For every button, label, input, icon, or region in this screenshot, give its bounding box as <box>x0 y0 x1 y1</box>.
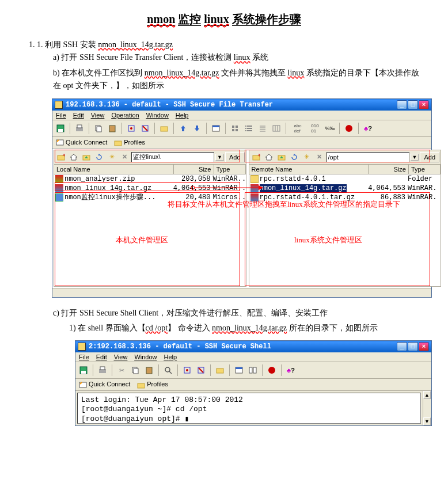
remote-delete-icon[interactable]: ✕ <box>314 151 325 163</box>
new-window-icon[interactable] <box>210 122 222 135</box>
remote-new-folder-icon[interactable]: ✳ <box>250 151 262 163</box>
close-button[interactable]: × <box>419 342 429 351</box>
profiles-button[interactable]: Profiles <box>114 139 145 146</box>
local-path-input[interactable] <box>131 152 214 162</box>
file-row[interactable]: rpc.rstatd-4.0.1Folder <box>249 174 441 184</box>
local-favorite-icon[interactable]: ✳ <box>106 151 117 163</box>
local-refresh-icon[interactable] <box>93 151 105 163</box>
dropdown-icon[interactable]: ▼ <box>411 154 419 161</box>
save-icon[interactable] <box>54 122 67 135</box>
file-row[interactable]: nmon_analyser.zip203,058WinRAR.. <box>54 174 246 184</box>
gz-icon <box>250 184 259 192</box>
close-button[interactable]: × <box>419 100 429 109</box>
view-details-icon[interactable] <box>270 122 283 135</box>
copy-icon[interactable] <box>129 364 142 377</box>
file-name: nmon_linux_14g.tar.gz <box>260 184 368 193</box>
quick-bar: Quick Connect Profiles <box>52 137 431 149</box>
local-up-icon[interactable] <box>81 151 92 163</box>
minimize-button[interactable]: _ <box>397 100 407 109</box>
scrollbar[interactable]: ▲ ▼ <box>423 391 431 425</box>
remote-path-input[interactable] <box>326 152 409 162</box>
menu-file[interactable]: File <box>56 112 66 119</box>
local-col-type[interactable]: Type <box>214 165 246 174</box>
percent-icon[interactable]: %‰ <box>324 122 336 135</box>
remote-col-type[interactable]: Type <box>409 165 441 174</box>
maximize-button[interactable]: □ <box>408 100 418 109</box>
shell-titlebar[interactable]: 2:192.168.3.136 - default - SSH Secure S… <box>75 341 431 352</box>
paste-icon[interactable] <box>106 122 119 135</box>
copy-icon[interactable] <box>92 122 105 135</box>
paste-icon[interactable] <box>143 364 155 377</box>
local-add-button[interactable]: Add <box>225 152 245 162</box>
quick-connect-button[interactable]: Quick Connect <box>56 139 107 146</box>
ssh-shell-window: 2:192.168.3.136 - default - SSH Secure S… <box>75 340 432 425</box>
file-row[interactable]: nmon_linux_14g.tar.gz4,064,553WinRAR.. <box>54 184 246 193</box>
local-new-folder-icon[interactable]: ✳ <box>55 151 67 163</box>
remote-favorite-icon[interactable]: ✳ <box>301 151 313 163</box>
menu-edit[interactable]: Edit <box>96 354 107 360</box>
upload-icon[interactable] <box>177 122 189 135</box>
terminal-area[interactable]: Last login: Tue Apr 17 08:57:00 2012[roo… <box>77 393 421 424</box>
binary-icon[interactable]: 01001 <box>307 122 322 135</box>
cut-icon[interactable]: ✂ <box>115 364 128 377</box>
new-folder-icon[interactable] <box>158 122 170 135</box>
print-icon[interactable] <box>73 122 86 135</box>
file-row[interactable]: rpc.rstatd-4.0.1.tar.gz86,883WinRAR. <box>249 193 441 202</box>
dropdown-icon[interactable]: ▼ <box>215 154 224 161</box>
connect-icon[interactable] <box>125 122 138 135</box>
menu-help[interactable]: Help <box>164 354 177 360</box>
new-window-icon[interactable] <box>233 364 245 377</box>
connect-icon[interactable] <box>181 364 193 377</box>
local-file-list[interactable]: nmon_analyser.zip203,058WinRAR..nmon_lin… <box>54 174 246 286</box>
file-row[interactable]: nmon_linux_14g.tar.gz4,064,553WinRAR. <box>249 184 441 193</box>
remote-up-icon[interactable] <box>276 151 287 163</box>
help-icon[interactable]: ♣? <box>362 122 374 135</box>
menu-window[interactable]: Window <box>146 112 169 119</box>
find-icon[interactable] <box>162 364 174 377</box>
local-home-icon[interactable] <box>68 151 79 163</box>
profiles-button[interactable]: Profiles <box>137 381 168 388</box>
minimize-button[interactable]: _ <box>397 342 407 351</box>
menu-view[interactable]: View <box>114 354 128 360</box>
save-icon[interactable] <box>77 364 90 377</box>
stop-icon[interactable] <box>343 122 355 135</box>
file-row[interactable]: nmon监控linux操作步骤...20,480Micros.. <box>54 193 246 202</box>
view-large-icon[interactable] <box>229 122 241 135</box>
maximize-button[interactable]: □ <box>408 342 418 351</box>
remote-refresh-icon[interactable] <box>288 151 300 163</box>
window-titlebar[interactable]: 192.168.3.136 - default - SSH Secure Fil… <box>52 99 431 111</box>
file-type: Folder <box>408 174 439 184</box>
remote-col-size[interactable]: Size <box>369 165 409 174</box>
disconnect-icon[interactable] <box>195 364 207 377</box>
quick-connect-button[interactable]: Quick Connect <box>79 381 130 388</box>
svg-rect-5 <box>97 127 101 132</box>
menu-view[interactable]: View <box>91 112 105 119</box>
view-small-icon[interactable] <box>242 122 255 135</box>
view-list-icon[interactable] <box>256 122 269 135</box>
scroll-up-icon[interactable]: ▲ <box>423 391 431 399</box>
remote-col-name[interactable]: Remote Name <box>249 165 369 174</box>
local-col-size[interactable]: Size <box>174 165 214 174</box>
svg-rect-58 <box>249 367 252 373</box>
local-col-name[interactable]: Local Name <box>54 165 174 174</box>
stop-icon[interactable] <box>265 364 278 377</box>
scroll-down-icon[interactable]: ▼ <box>423 417 431 425</box>
settings-icon[interactable] <box>214 364 226 377</box>
disconnect-icon[interactable] <box>139 122 151 135</box>
menu-edit[interactable]: Edit <box>73 112 84 119</box>
tile-icon[interactable] <box>246 364 259 377</box>
help-icon[interactable]: ♣? <box>284 364 297 377</box>
print-icon[interactable] <box>96 364 109 377</box>
menu-file[interactable]: File <box>79 354 89 360</box>
svg-text:✳: ✳ <box>257 154 260 158</box>
download-icon[interactable] <box>191 122 203 135</box>
menu-operation[interactable]: Operation <box>111 112 139 119</box>
remote-home-icon[interactable] <box>263 151 275 163</box>
menu-window[interactable]: Window <box>134 354 157 360</box>
remote-file-list[interactable]: rpc.rstatd-4.0.1Foldernmon_linux_14g.tar… <box>249 174 441 286</box>
local-delete-icon[interactable]: ✕ <box>119 151 130 163</box>
filter-icon[interactable]: abcdef <box>289 122 306 135</box>
menu-help[interactable]: Help <box>176 112 189 119</box>
remote-add-button[interactable]: Add <box>420 152 439 162</box>
terminal-line: [root@duangaiyun ~]# cd /opt <box>81 405 417 415</box>
